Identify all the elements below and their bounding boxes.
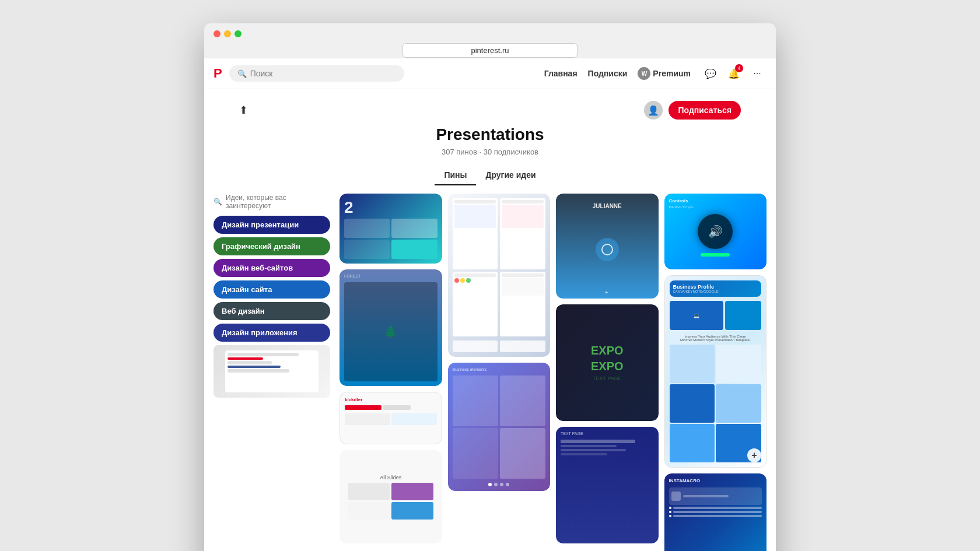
browser-window: pinterest.ru P 🔍 Главная Подписки W Prem… xyxy=(204,23,776,551)
card-inner xyxy=(225,350,318,392)
sidebar-title: 🔍 Идеи, которые вас заинтересуют xyxy=(214,194,330,210)
close-button[interactable] xyxy=(214,30,220,37)
traffic-lights xyxy=(214,30,766,37)
suggestion-btn-0[interactable]: Дизайн презентации xyxy=(214,216,330,234)
suggestion-btn-3[interactable]: Дизайн сайта xyxy=(214,280,330,299)
pin-item[interactable]: Controls the door for you 🔊 xyxy=(664,194,767,269)
suggestion-btn-4[interactable]: Веб дизайн xyxy=(214,302,330,320)
notifications-icon-button[interactable]: 🔔 4 xyxy=(724,64,743,83)
search-input[interactable] xyxy=(250,69,396,78)
pinterest-logo[interactable]: P xyxy=(214,66,222,81)
nav-links: Главная Подписки W Premиum 💬 🔔 4 ··· xyxy=(544,64,766,83)
pin-item[interactable]: EXPO EXPO TEXT PAGE xyxy=(556,304,659,421)
board-meta: 307 пинов · 30 подписчиков xyxy=(216,148,764,156)
board-title: Presentations xyxy=(216,125,764,144)
user-avatar[interactable]: 👤 xyxy=(644,101,663,120)
all-slides-label: All Slides xyxy=(348,475,433,480)
board-header: ⬆ 👤 Подписаться Presentations 307 пинов … xyxy=(204,89,776,185)
suggestion-btn-2[interactable]: Дизайн веб-сайтов xyxy=(214,259,330,277)
browser-chrome: pinterest.ru xyxy=(204,23,776,58)
more-options-button[interactable]: ··· xyxy=(748,64,766,83)
suggestion-btn-5[interactable]: Дизайн приложения xyxy=(214,324,330,342)
address-bar-row: pinterest.ru xyxy=(214,43,766,58)
subscribe-button[interactable]: Подписаться xyxy=(668,101,741,120)
maximize-button[interactable] xyxy=(235,30,242,37)
add-pin-button[interactable]: + xyxy=(747,448,761,462)
pin-item[interactable] xyxy=(448,194,551,357)
pins-grid: 2 FOREST xyxy=(340,194,766,551)
page-content: P 🔍 Главная Подписки W Premиum 💬 🔔 4 xyxy=(204,58,776,551)
search-icon: 🔍 xyxy=(237,69,247,78)
notifications-badge: 4 xyxy=(735,64,743,72)
pin-item[interactable]: 2 xyxy=(340,194,442,264)
card-placeholder xyxy=(214,345,330,398)
suggestion-btn-1[interactable]: Графический дизайн xyxy=(214,237,330,255)
pin-item[interactable]: TEXT PAGE xyxy=(556,427,659,543)
top-nav: P 🔍 Главная Подписки W Premиum 💬 🔔 4 xyxy=(204,58,776,89)
sidebar-title-text: Идеи, которые вас заинтересуют xyxy=(226,194,330,210)
chat-icon-button[interactable]: 💬 xyxy=(701,64,720,83)
board-actions-top: ⬆ 👤 Подписаться xyxy=(216,101,764,120)
nav-subscriptions-link[interactable]: Подписки xyxy=(588,69,628,78)
pin-item[interactable]: Business elements xyxy=(448,363,551,491)
board-user-actions: 👤 Подписаться xyxy=(644,101,741,120)
pin-item[interactable]: kickdier xyxy=(340,392,442,444)
pin-item[interactable]: All Slides xyxy=(340,450,442,543)
pin-item[interactable]: INSTAMACRO xyxy=(664,473,767,551)
address-bar[interactable]: pinterest.ru xyxy=(402,43,578,58)
pin-item[interactable]: Business Profile CANVA/KEYNOTE/GOOGLE 💻 … xyxy=(664,275,767,468)
minimize-button[interactable] xyxy=(224,30,231,37)
suggestion-card xyxy=(214,345,330,398)
premium-label: Premиum xyxy=(653,69,691,78)
sidebar: 🔍 Идеи, которые вас заинтересуют Дизайн … xyxy=(214,194,330,551)
pin-item[interactable]: FOREST 🌲 xyxy=(340,269,442,386)
premium-icon: W xyxy=(638,67,650,80)
search-bar-container: 🔍 xyxy=(229,65,404,82)
tab-pins[interactable]: Пины xyxy=(435,166,476,185)
nav-icons: 💬 🔔 4 ··· xyxy=(701,64,766,83)
nav-home-link[interactable]: Главная xyxy=(544,69,578,78)
main-area: 🔍 Идеи, которые вас заинтересуют Дизайн … xyxy=(204,194,776,551)
pin-item[interactable]: JULIANNE ▶ xyxy=(556,194,659,299)
premium-button[interactable]: W Premиum xyxy=(638,67,691,80)
board-tabs: Пины Другие идеи xyxy=(216,166,764,185)
tab-other-ideas[interactable]: Другие идеи xyxy=(476,166,545,185)
upload-icon-button[interactable]: ⬆ xyxy=(239,104,248,117)
business-profile-title: Business Profile xyxy=(673,284,758,290)
search-small-icon: 🔍 xyxy=(214,198,222,206)
